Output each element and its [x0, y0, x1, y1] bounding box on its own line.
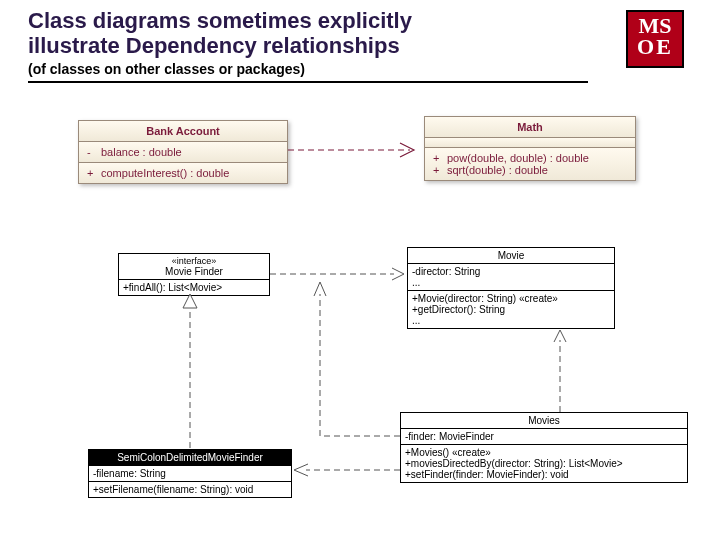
dependency-arrow-icon: [300, 280, 400, 440]
operation: +Movie(director: String) «create»: [412, 293, 610, 304]
class-name: Math: [425, 117, 635, 138]
visibility: -: [87, 146, 101, 158]
dependency-arrow-icon: [292, 462, 400, 478]
class-semicolon-finder: SemiColonDelimitedMovieFinder -filename:…: [88, 449, 292, 498]
dependency-arrow-icon: [270, 266, 407, 282]
class-math: Math + pow(double, double) : double + sq…: [424, 116, 636, 181]
attribute: -director: String: [412, 266, 610, 277]
attribute: -finder: MovieFinder: [401, 429, 687, 445]
class-name: Bank Account: [79, 121, 287, 142]
class-movie: Movie -director: String ... +Movie(direc…: [407, 247, 615, 329]
operations: + computeInterest() : double: [79, 163, 287, 183]
interface-movie-finder: «interface» Movie Finder +findAll(): Lis…: [118, 253, 270, 296]
page-subtitle: (of classes on other classes or packages…: [28, 61, 588, 77]
operation: +findAll(): List<Movie>: [119, 280, 269, 295]
operation: sqrt(double) : double: [447, 164, 627, 176]
title-line-2: illustrate Dependency relationships: [28, 33, 400, 58]
header-compartment: «interface» Movie Finder: [119, 254, 269, 280]
operation: computeInterest() : double: [101, 167, 279, 179]
msoe-logo: MS OE: [626, 10, 684, 68]
class-name: SemiColonDelimitedMovieFinder: [89, 450, 291, 466]
attribute: balance : double: [101, 146, 279, 158]
attributes: -director: String ...: [408, 264, 614, 291]
realization-arrow-icon: [180, 294, 200, 450]
operation: pow(double, double) : double: [447, 152, 627, 164]
stereotype: «interface»: [123, 256, 265, 266]
svg-marker-2: [183, 294, 197, 308]
operations: + pow(double, double) : double + sqrt(do…: [425, 148, 635, 180]
operation-more: ...: [412, 315, 610, 326]
class-bank-account: Bank Account - balance : double + comput…: [78, 120, 288, 184]
operation: +setFinder(finder: MovieFinder): void: [405, 469, 683, 480]
attribute-more: ...: [412, 277, 610, 288]
attributes: - balance : double: [79, 142, 287, 163]
class-name: Movie Finder: [123, 266, 265, 277]
logo-line-2: OE: [628, 37, 682, 58]
operation: +Movies() «create»: [405, 447, 683, 458]
visibility: +: [433, 164, 447, 176]
class-name: Movie: [408, 248, 614, 264]
header: Class diagrams sometimes explicitly illu…: [28, 8, 588, 83]
attributes-empty: [425, 138, 635, 148]
visibility: +: [87, 167, 101, 179]
attribute: -filename: String: [89, 466, 291, 482]
operations: +Movies() «create» +moviesDirectedBy(dir…: [401, 445, 687, 482]
title-line-1: Class diagrams sometimes explicitly: [28, 8, 412, 33]
visibility: +: [433, 152, 447, 164]
operations: +Movie(director: String) «create» +getDi…: [408, 291, 614, 328]
operation: +setFilename(filename: String): void: [89, 482, 291, 497]
class-movies: Movies -finder: MovieFinder +Movies() «c…: [400, 412, 688, 483]
operation: +moviesDirectedBy(director: String): Lis…: [405, 458, 683, 469]
page-title: Class diagrams sometimes explicitly illu…: [28, 8, 588, 59]
dependency-arrow-icon: [552, 328, 568, 412]
class-name: Movies: [401, 413, 687, 429]
dependency-arrow-icon: [288, 140, 424, 160]
operation: +getDirector(): String: [412, 304, 610, 315]
